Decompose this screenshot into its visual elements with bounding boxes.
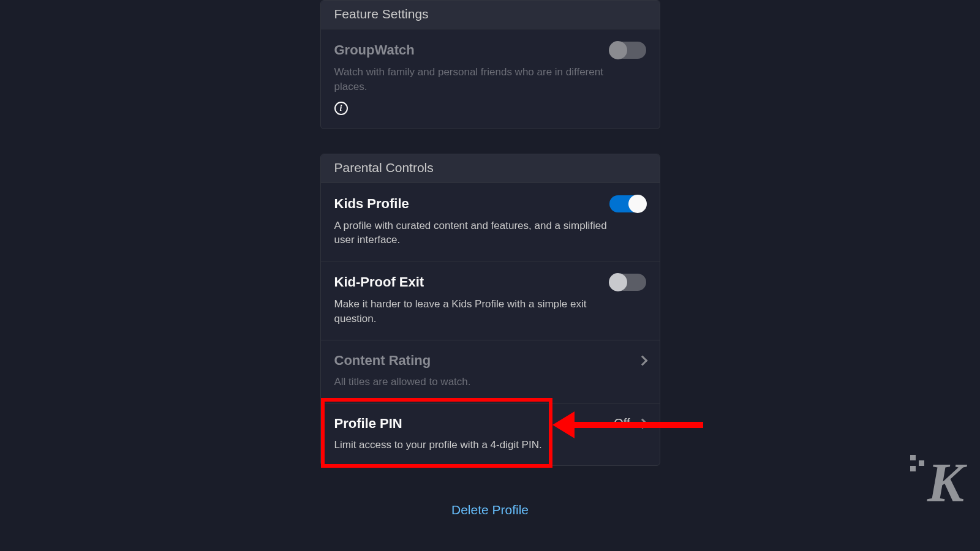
profile-pin-desc: Limit access to your profile with a 4-di… xyxy=(334,438,628,452)
watermark: K xyxy=(927,451,962,514)
kid-proof-exit-title: Kid-Proof Exit xyxy=(334,274,424,290)
kid-proof-exit-toggle[interactable] xyxy=(609,274,646,291)
parental-controls-header: Parental Controls xyxy=(321,154,660,182)
chevron-right-icon xyxy=(637,355,647,365)
kids-profile-toggle[interactable] xyxy=(609,195,646,212)
content-rating-title: Content Rating xyxy=(334,353,431,369)
content-rating-desc: All titles are allowed to watch. xyxy=(334,375,628,389)
groupwatch-title: GroupWatch xyxy=(334,42,415,58)
kids-profile-row: Kids Profile A profile with curated cont… xyxy=(321,182,660,261)
kid-proof-exit-desc: Make it harder to leave a Kids Profile w… xyxy=(334,297,628,326)
groupwatch-row: GroupWatch Watch with family and persona… xyxy=(321,29,660,129)
annotation-arrow-head xyxy=(552,411,575,438)
groupwatch-toggle[interactable] xyxy=(609,42,646,59)
info-icon[interactable]: i xyxy=(334,102,348,115)
feature-settings-card: Feature Settings GroupWatch Watch with f… xyxy=(320,0,660,129)
kid-proof-exit-row: Kid-Proof Exit Make it harder to leave a… xyxy=(321,261,660,340)
groupwatch-desc: Watch with family and personal friends w… xyxy=(334,65,628,94)
feature-settings-header: Feature Settings xyxy=(321,1,660,29)
delete-profile-link[interactable]: Delete Profile xyxy=(320,503,660,517)
parental-controls-card: Parental Controls Kids Profile A profile… xyxy=(320,154,660,467)
profile-pin-title: Profile PIN xyxy=(334,416,402,432)
annotation-arrow-line xyxy=(575,422,703,428)
content-rating-row[interactable]: Content Rating All titles are allowed to… xyxy=(321,340,660,403)
kids-profile-desc: A profile with curated content and featu… xyxy=(334,219,628,248)
kids-profile-title: Kids Profile xyxy=(334,196,409,212)
profile-pin-row[interactable]: Profile PIN Off Limit access to your pro… xyxy=(321,403,660,466)
